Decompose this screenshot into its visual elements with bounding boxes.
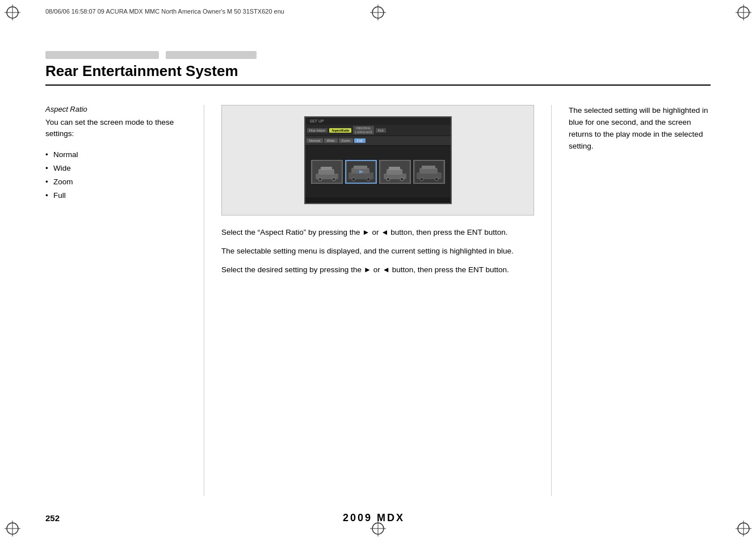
wide-btn: Wide [324,138,338,143]
footer: 252 2009 MDX [45,512,711,524]
svg-rect-40 [422,166,435,169]
svg-point-42 [435,177,438,181]
full-btn: Full [354,138,366,143]
list-item: Full [45,189,192,202]
page-title-section: Rear Entertainment System [45,51,711,86]
screen-inner: SET UP Disp Adjust AspectRatio ORIGINALL… [304,116,452,204]
title-decoration-bars [45,51,711,59]
video-preview [305,146,451,197]
aspect-ratio-tab: AspectRatio [329,128,351,133]
setup-label: SET UP [308,119,326,124]
disp-adjust-tab: Disp Adjust [307,128,328,133]
right-column: The selected setting will be highlighted… [552,105,711,496]
svg-point-22 [318,177,322,181]
svg-point-41 [420,177,423,181]
svg-point-29 [367,177,370,181]
svg-rect-27 [354,166,367,169]
reg-mark-bottom-left [5,521,20,536]
normal-btn: Normal [306,138,323,143]
svg-rect-21 [321,167,332,170]
svg-point-35 [387,177,390,181]
middle-column: SET UP Disp Adjust AspectRatio ORIGINALL… [204,105,552,496]
aspect-buttons-row: Normal Wide Zoom Full [305,136,451,145]
video-thumb-3 [379,160,411,184]
video-thumb-1 [311,160,343,184]
section-title: Aspect Ratio [45,105,192,113]
list-item: Wide [45,162,192,175]
right-text: The selected setting will be highlighted… [569,105,711,153]
header-meta: 08/06/06 16:58:07 09 ACURA MDX MMC North… [45,8,711,15]
meta-text: 08/06/06 16:58:07 09 ACURA MDX MMC North… [45,8,284,15]
exit-tab: Exit [376,128,386,133]
bullet-list: Normal Wide Zoom Full [45,148,192,203]
svg-point-23 [332,177,335,181]
page-title: Rear Entertainment System [45,62,711,86]
svg-rect-34 [389,167,400,170]
svg-point-28 [352,177,355,181]
middle-para-2: The selectable setting menu is displayed… [221,246,534,257]
reg-mark-top-left [5,5,20,20]
main-content: Aspect Ratio You can set the screen mode… [45,105,711,496]
title-bar-1 [45,51,159,59]
svg-point-36 [400,177,404,181]
list-item: Zoom [45,175,192,189]
page-number: 252 [45,513,60,523]
reg-mark-bottom-right [736,521,751,536]
list-item: Normal [45,148,192,162]
title-bar-2 [166,51,257,59]
middle-para-3: Select the desired setting by pressing t… [221,264,534,276]
reg-mark-top-right [736,5,751,20]
left-column: Aspect Ratio You can set the screen mode… [45,105,204,496]
video-thumb-2 [345,160,377,184]
original-tab: ORIGINALLANGUAGE [353,126,374,134]
screen-illustration: SET UP Disp Adjust AspectRatio ORIGINALL… [221,105,534,215]
middle-para-1: Select the “Aspect Ratio” by pressing th… [221,227,534,239]
footer-model: 2009 MDX [343,512,405,524]
video-thumb-4 [413,160,445,184]
section-intro: You can set the screen mode to these set… [45,117,192,140]
zoom-btn: Zoom [339,138,353,143]
